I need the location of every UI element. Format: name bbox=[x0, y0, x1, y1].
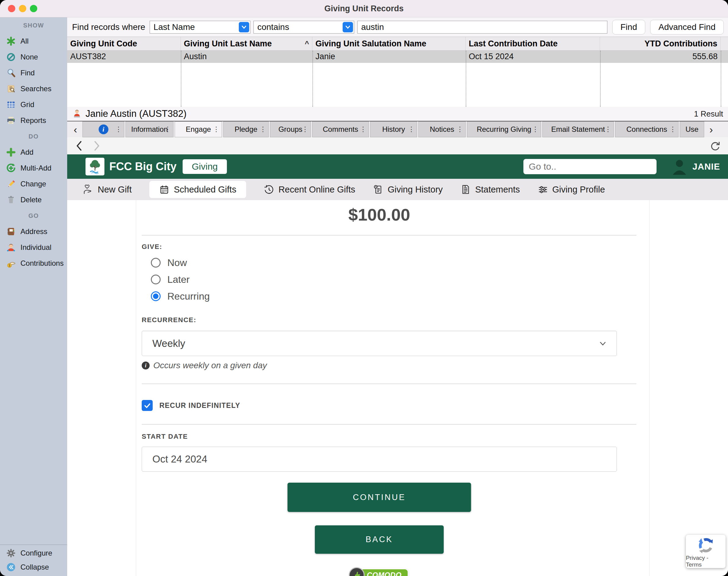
sidebar-item-address[interactable]: Address bbox=[0, 224, 67, 239]
tab-menu-icon[interactable]: ⋮ bbox=[604, 125, 611, 133]
column-header-last-contribution-date[interactable]: Last Contribution Date bbox=[466, 37, 600, 50]
radio-now[interactable] bbox=[151, 258, 161, 267]
give-option-recurring[interactable]: Recurring bbox=[151, 289, 210, 303]
tab-menu-icon[interactable]: ⋮ bbox=[260, 125, 266, 133]
tab-pledge[interactable]: Pledge⋮ bbox=[223, 121, 269, 137]
tab-email-statement[interactable]: Email Statement⋮ bbox=[542, 121, 614, 137]
find-bar: Find records where Last Name contains Fi… bbox=[67, 18, 728, 37]
tabs-scroll-left[interactable]: ‹ bbox=[70, 121, 81, 137]
tab-use-truncated[interactable]: Use bbox=[680, 121, 704, 137]
close-button[interactable] bbox=[8, 5, 15, 12]
tab-history[interactable]: History⋮ bbox=[370, 121, 417, 137]
tab-menu-icon[interactable]: ⋮ bbox=[532, 125, 539, 133]
table-row[interactable]: AUST382 Austin Janie Oct 15 2024 555.68 bbox=[67, 51, 728, 63]
tab-menu-icon[interactable]: ⋮ bbox=[164, 125, 171, 133]
goto-search-input[interactable] bbox=[523, 159, 656, 174]
column-header-giving-unit-code[interactable]: Giving Unit Code bbox=[67, 37, 181, 50]
give-option-later[interactable]: Later bbox=[151, 272, 190, 286]
start-date-input[interactable] bbox=[142, 447, 617, 472]
tab-menu-icon[interactable]: ⋮ bbox=[457, 125, 463, 133]
webtab-new-gift[interactable]: New Gift bbox=[83, 184, 132, 195]
forward-icon[interactable] bbox=[92, 140, 101, 152]
continue-button[interactable]: CONTINUE bbox=[288, 483, 471, 512]
recurrence-select[interactable]: Weekly bbox=[142, 331, 617, 356]
calendar-icon bbox=[159, 184, 169, 195]
tab-menu-icon[interactable]: ⋮ bbox=[408, 125, 415, 133]
recaptcha-badge[interactable]: Privacy - Terms bbox=[686, 535, 726, 568]
operator-select[interactable]: contains bbox=[253, 21, 354, 34]
webtab-giving-profile[interactable]: Giving Profile bbox=[538, 184, 605, 195]
user-avatar-icon[interactable] bbox=[671, 158, 688, 175]
gear-icon bbox=[6, 548, 16, 558]
webtab-statements[interactable]: $ Statements bbox=[460, 184, 520, 195]
sidebar-item-collapse[interactable]: Collapse bbox=[0, 560, 67, 574]
tab-engage[interactable]: Engage⋮ bbox=[175, 121, 222, 137]
search-value-input[interactable] bbox=[357, 21, 608, 34]
tab-notices[interactable]: Notices⋮ bbox=[419, 121, 466, 137]
give-option-now[interactable]: Now bbox=[151, 256, 187, 270]
giving-app-button[interactable]: Giving bbox=[183, 159, 227, 174]
sidebar-item-multi-add[interactable]: Multi-Add bbox=[0, 160, 67, 176]
org-logo[interactable] bbox=[85, 158, 104, 175]
webtab-scheduled-gifts[interactable]: Scheduled Gifts bbox=[149, 181, 246, 198]
sidebar-item-grid[interactable]: Grid bbox=[0, 97, 67, 113]
radio-later[interactable] bbox=[151, 275, 161, 284]
field-select[interactable]: Last Name bbox=[150, 21, 250, 34]
find-button[interactable]: Find bbox=[612, 20, 645, 34]
logged-in-user[interactable]: JANIE bbox=[693, 162, 720, 172]
person-icon bbox=[6, 242, 16, 252]
history-clock-icon bbox=[264, 184, 274, 195]
tab-information[interactable]: Information⋮ bbox=[126, 121, 173, 137]
hand-coin-icon: $ bbox=[6, 258, 16, 268]
sidebar-item-searches[interactable]: Searches bbox=[0, 81, 67, 97]
advanced-find-button[interactable]: Advanced Find bbox=[650, 20, 724, 34]
recaptcha-terms[interactable]: Privacy - Terms bbox=[686, 555, 726, 568]
tab-comments[interactable]: Comments⋮ bbox=[312, 121, 369, 137]
dropdown-chevron-icon bbox=[239, 22, 249, 32]
tab-connections[interactable]: Connections⋮ bbox=[615, 121, 678, 137]
sidebar-item-individual[interactable]: Individual bbox=[0, 239, 67, 255]
sidebar-item-delete[interactable]: Delete bbox=[0, 192, 67, 208]
sidebar-item-add[interactable]: Add bbox=[0, 144, 67, 160]
zoom-button[interactable] bbox=[30, 5, 37, 12]
webtab-giving-history[interactable]: Giving History bbox=[373, 184, 443, 195]
recurrence-hint: i Occurs weekly on a given day bbox=[142, 360, 267, 371]
magnifier-icon bbox=[6, 68, 16, 78]
tab-info[interactable]: i ⋮ bbox=[82, 121, 124, 137]
refresh-icon[interactable] bbox=[710, 140, 721, 151]
back-icon[interactable] bbox=[75, 140, 84, 152]
minimize-button[interactable] bbox=[19, 5, 26, 12]
sidebar-item-contributions[interactable]: $ Contributions bbox=[0, 255, 67, 271]
column-header-ytd-contributions[interactable]: YTD Contributions bbox=[600, 37, 721, 50]
tab-menu-icon[interactable]: ⋮ bbox=[115, 125, 122, 133]
column-divider bbox=[466, 51, 466, 107]
app-window: Giving Unit Records SHOW All None Find S… bbox=[0, 0, 728, 576]
sidebar-item-reports[interactable]: Reports bbox=[0, 113, 67, 128]
column-header-salutation-name[interactable]: Giving Unit Salutation Name bbox=[313, 37, 466, 50]
column-divider bbox=[181, 51, 181, 107]
tab-menu-icon[interactable]: ⋮ bbox=[302, 125, 308, 133]
recur-indefinitely-row[interactable]: RECUR INDEFINITELY bbox=[142, 398, 240, 412]
sidebar-item-change[interactable]: Change bbox=[0, 176, 67, 192]
sliders-icon bbox=[538, 184, 548, 195]
sidebar-item-all[interactable]: All bbox=[0, 33, 67, 49]
webtab-recent-online-gifts[interactable]: Recent Online Gifts bbox=[264, 184, 355, 195]
info-icon: i bbox=[99, 124, 108, 134]
sidebar-item-configure[interactable]: Configure bbox=[0, 546, 67, 560]
tab-menu-icon[interactable]: ⋮ bbox=[213, 125, 220, 133]
tab-menu-icon[interactable]: ⋮ bbox=[360, 125, 367, 133]
dropdown-chevron-icon bbox=[343, 22, 353, 32]
tabs-scroll-right[interactable]: › bbox=[705, 121, 717, 137]
column-header-giving-unit-last-name[interactable]: Giving Unit Last Name^ bbox=[181, 37, 313, 50]
sidebar-item-none[interactable]: None bbox=[0, 49, 67, 65]
document-history-icon bbox=[373, 184, 383, 195]
sidebar-item-find[interactable]: Find bbox=[0, 65, 67, 81]
radio-recurring-selected[interactable] bbox=[151, 291, 161, 301]
recaptcha-logo-icon bbox=[696, 537, 715, 554]
hand-heart-icon bbox=[83, 184, 93, 195]
tab-groups[interactable]: Groups⋮ bbox=[270, 121, 311, 137]
recur-indefinitely-checkbox-checked[interactable] bbox=[142, 400, 153, 411]
back-button[interactable]: BACK bbox=[315, 525, 444, 554]
tab-menu-icon[interactable]: ⋮ bbox=[669, 125, 676, 133]
tab-recurring-giving[interactable]: Recurring Giving⋮ bbox=[467, 121, 541, 137]
